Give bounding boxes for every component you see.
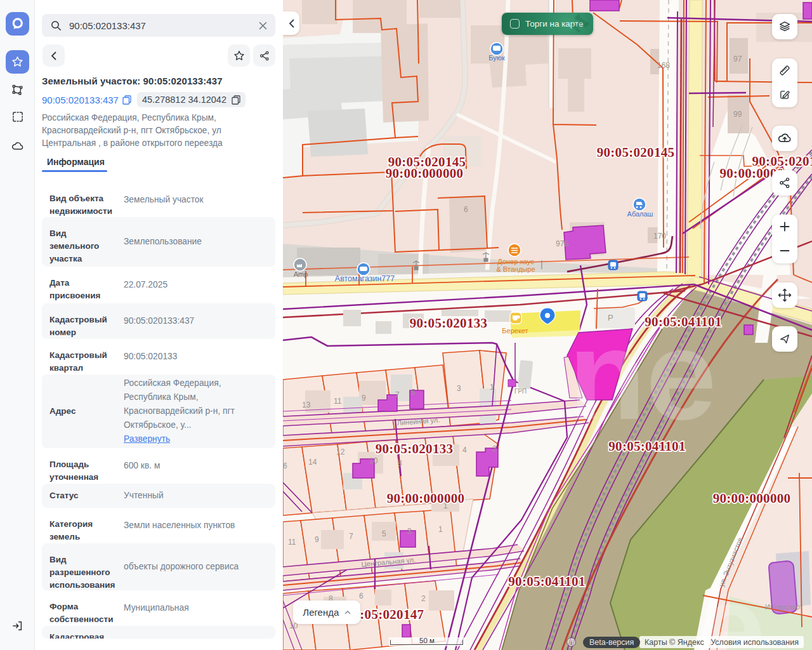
svg-text:5: 5: [382, 529, 386, 538]
svg-text:90:05:041101: 90:05:041101: [645, 314, 721, 329]
svg-text:90:00:000000: 90:00:000000: [713, 491, 791, 506]
svg-text:90:05:041101: 90:05:041101: [608, 439, 685, 454]
svg-text:1: 1: [438, 525, 443, 534]
svg-text:11: 11: [334, 397, 342, 406]
svg-text:90:00:000000: 90:00:000000: [386, 166, 464, 181]
svg-text:10: 10: [369, 456, 378, 465]
svg-text:9: 9: [362, 394, 366, 402]
svg-text:90:05:020145: 90:05:020145: [597, 145, 675, 160]
svg-text:Amp: Amp: [294, 270, 308, 278]
svg-text:Донер хаус: Донер хаус: [497, 258, 534, 265]
svg-text:12: 12: [336, 448, 345, 456]
svg-text:3: 3: [407, 527, 412, 536]
svg-text:170: 170: [653, 232, 666, 241]
svg-text:6: 6: [359, 592, 363, 600]
svg-text:6: 6: [283, 461, 287, 470]
svg-text:8: 8: [398, 459, 402, 468]
svg-text:Берекет: Берекет: [502, 327, 528, 335]
svg-text:97: 97: [733, 55, 742, 63]
svg-text:14: 14: [308, 458, 317, 467]
svg-text:Интерспорт: Интерспорт: [765, 603, 803, 611]
svg-text:11: 11: [288, 538, 296, 547]
svg-text:2: 2: [421, 594, 426, 603]
svg-text:9: 9: [315, 535, 319, 544]
svg-text:3: 3: [457, 384, 461, 393]
svg-text:2: 2: [492, 444, 497, 453]
svg-text:99: 99: [733, 110, 742, 119]
svg-text:4: 4: [462, 446, 467, 454]
svg-text:90:05:020133: 90:05:020133: [376, 441, 454, 456]
svg-text:97Б: 97Б: [556, 239, 569, 248]
svg-text:& Втандыре: & Втандыре: [496, 265, 535, 273]
svg-text:13: 13: [302, 401, 311, 409]
svg-text:5: 5: [411, 388, 416, 397]
svg-text:168: 168: [657, 61, 670, 70]
svg-text:Автомагазин777: Автомагазин777: [335, 274, 395, 283]
svg-text:90:05:041101: 90:05:041101: [508, 574, 585, 589]
svg-text:7: 7: [395, 390, 400, 399]
svg-text:7: 7: [349, 532, 353, 541]
svg-text:6: 6: [464, 205, 468, 214]
svg-text:90:05:020133: 90:05:020133: [410, 315, 488, 331]
svg-text:90:00:000000: 90:00:000000: [387, 491, 465, 506]
svg-text:1: 1: [490, 383, 494, 392]
svg-text:Абалаш: Абалаш: [627, 210, 653, 218]
svg-text:ГРП: ГРП: [514, 388, 527, 395]
svg-text:Буюк: Буюк: [488, 54, 505, 62]
svg-text:Р: Р: [608, 313, 613, 322]
